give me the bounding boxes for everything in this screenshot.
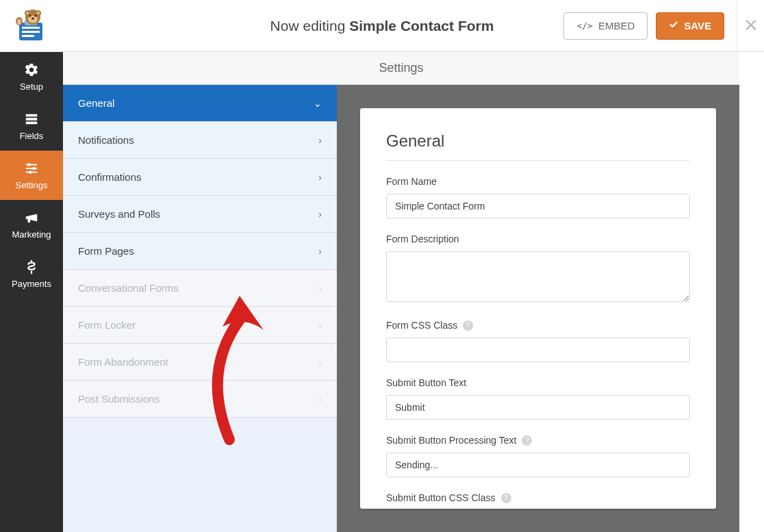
submit-text-input[interactable] bbox=[386, 395, 690, 420]
submit-processing-input[interactable] bbox=[386, 453, 690, 477]
bullhorn-icon bbox=[24, 210, 39, 225]
top-buttons: </> EMBED SAVE bbox=[563, 12, 737, 40]
svg-point-8 bbox=[26, 12, 29, 14]
now-editing-prefix: Now editing bbox=[270, 18, 346, 34]
submit-text-label: Submit Button Text bbox=[386, 377, 690, 388]
form-css-class-label: Form CSS Class bbox=[386, 320, 457, 331]
subnav-label: Conversational Forms bbox=[78, 282, 179, 294]
submit-css-label: Submit Button CSS Class bbox=[386, 492, 496, 503]
form-name-label: Form Name bbox=[386, 176, 690, 187]
help-icon[interactable]: ? bbox=[522, 435, 532, 446]
settings-header: Settings bbox=[63, 52, 739, 85]
subnav-general[interactable]: General ⌄ bbox=[63, 85, 337, 122]
form-css-class-input[interactable] bbox=[386, 338, 690, 362]
chevron-down-icon: ⌄ bbox=[314, 98, 322, 109]
general-settings-panel: General Form Name Form Description Form … bbox=[360, 108, 716, 509]
subnav-conversational[interactable]: Conversational Forms › bbox=[63, 270, 337, 307]
subnav-label: Post Submissions bbox=[78, 393, 160, 405]
field-submit-processing: Submit Button Processing Text ? bbox=[386, 435, 690, 477]
svg-rect-16 bbox=[26, 114, 38, 116]
nav-item-payments[interactable]: Payments bbox=[0, 249, 63, 299]
help-icon[interactable]: ? bbox=[463, 320, 473, 331]
nav-label: Marketing bbox=[12, 229, 51, 240]
nav-item-marketing[interactable]: Marketing bbox=[0, 200, 63, 249]
svg-point-24 bbox=[29, 170, 31, 173]
svg-rect-18 bbox=[26, 121, 38, 124]
close-icon: ✕ bbox=[743, 15, 759, 36]
subnav-label: Form Abandonment bbox=[78, 356, 168, 368]
nav-item-fields[interactable]: Fields bbox=[0, 101, 63, 151]
subnav-confirmations[interactable]: Confirmations › bbox=[63, 159, 337, 196]
form-description-input[interactable] bbox=[386, 251, 690, 302]
save-button[interactable]: SAVE bbox=[656, 12, 724, 40]
field-form-name: Form Name bbox=[386, 176, 690, 218]
chevron-right-icon: › bbox=[318, 209, 322, 220]
subnav-form-locker[interactable]: Form Locker › bbox=[63, 307, 337, 344]
subnav-label: Confirmations bbox=[78, 171, 142, 183]
subnav-abandonment[interactable]: Form Abandonment › bbox=[63, 344, 337, 381]
subnav-surveys[interactable]: Surveys and Polls › bbox=[63, 196, 337, 233]
subnav-label: Form Locker bbox=[78, 319, 136, 331]
svg-point-22 bbox=[27, 163, 30, 166]
nav-label: Payments bbox=[12, 279, 51, 289]
chevron-right-icon: › bbox=[318, 394, 322, 405]
check-icon bbox=[669, 20, 678, 31]
subnav-label: Notifications bbox=[78, 134, 134, 146]
svg-rect-1 bbox=[22, 27, 40, 29]
now-editing-title: Now editing Simple Contact Form bbox=[270, 18, 494, 34]
subnav-label: Form Pages bbox=[78, 245, 134, 257]
gear-icon bbox=[24, 62, 39, 77]
chevron-right-icon: › bbox=[318, 135, 322, 146]
svg-point-11 bbox=[29, 14, 31, 16]
sliders-icon bbox=[24, 161, 39, 176]
form-name-input[interactable] bbox=[386, 194, 690, 218]
list-icon bbox=[24, 112, 39, 127]
panel-title: General bbox=[386, 131, 690, 151]
chevron-right-icon: › bbox=[318, 357, 322, 368]
settings-header-label: Settings bbox=[379, 61, 423, 75]
now-editing-form-name: Simple Contact Form bbox=[349, 18, 494, 34]
chevron-right-icon: › bbox=[318, 246, 322, 257]
field-form-css-class: Form CSS Class ? bbox=[386, 320, 690, 362]
svg-rect-17 bbox=[26, 118, 38, 121]
svg-point-15 bbox=[17, 19, 21, 25]
chevron-right-icon: › bbox=[318, 283, 322, 294]
svg-point-12 bbox=[34, 14, 36, 16]
field-submit-css: Submit Button CSS Class ? bbox=[386, 492, 690, 509]
subnav-label: General bbox=[78, 97, 114, 109]
embed-button-label: EMBED bbox=[598, 20, 635, 31]
subnav-form-pages[interactable]: Form Pages › bbox=[63, 233, 337, 270]
embed-button[interactable]: </> EMBED bbox=[563, 12, 648, 40]
save-button-label: SAVE bbox=[684, 20, 711, 31]
help-icon[interactable]: ? bbox=[501, 493, 511, 503]
svg-point-13 bbox=[31, 17, 34, 19]
svg-rect-2 bbox=[22, 31, 40, 33]
settings-stage: General Form Name Form Description Form … bbox=[337, 85, 739, 532]
close-builder-button[interactable]: ✕ bbox=[737, 0, 764, 52]
nav-label: Settings bbox=[16, 180, 48, 190]
form-description-label: Form Description bbox=[386, 233, 690, 244]
subnav-label: Surveys and Polls bbox=[78, 208, 160, 220]
code-icon: </> bbox=[576, 21, 592, 31]
main-nav: Setup Fields Settings Marketing Payments bbox=[0, 52, 63, 532]
top-bar: Now editing Simple Contact Form </> EMBE… bbox=[0, 0, 764, 52]
field-submit-text: Submit Button Text bbox=[386, 377, 690, 420]
svg-rect-3 bbox=[22, 35, 34, 37]
subnav-notifications[interactable]: Notifications › bbox=[63, 122, 337, 159]
nav-item-settings[interactable]: Settings bbox=[0, 151, 63, 200]
submit-processing-label: Submit Button Processing Text bbox=[386, 435, 516, 446]
right-gutter bbox=[739, 52, 764, 532]
settings-subnav: General ⌄ Notifications › Confirmations … bbox=[63, 85, 337, 532]
svg-point-23 bbox=[32, 166, 35, 169]
nav-label: Fields bbox=[20, 131, 44, 141]
field-form-description: Form Description bbox=[386, 233, 690, 305]
svg-point-9 bbox=[37, 12, 40, 14]
chevron-right-icon: › bbox=[318, 320, 322, 331]
wpforms-logo bbox=[10, 9, 51, 43]
nav-label: Setup bbox=[20, 81, 43, 92]
nav-item-setup[interactable]: Setup bbox=[0, 52, 63, 101]
panel-divider bbox=[386, 160, 690, 161]
subnav-post-submissions[interactable]: Post Submissions › bbox=[63, 381, 337, 418]
dollar-icon bbox=[24, 259, 39, 275]
chevron-right-icon: › bbox=[318, 172, 322, 183]
